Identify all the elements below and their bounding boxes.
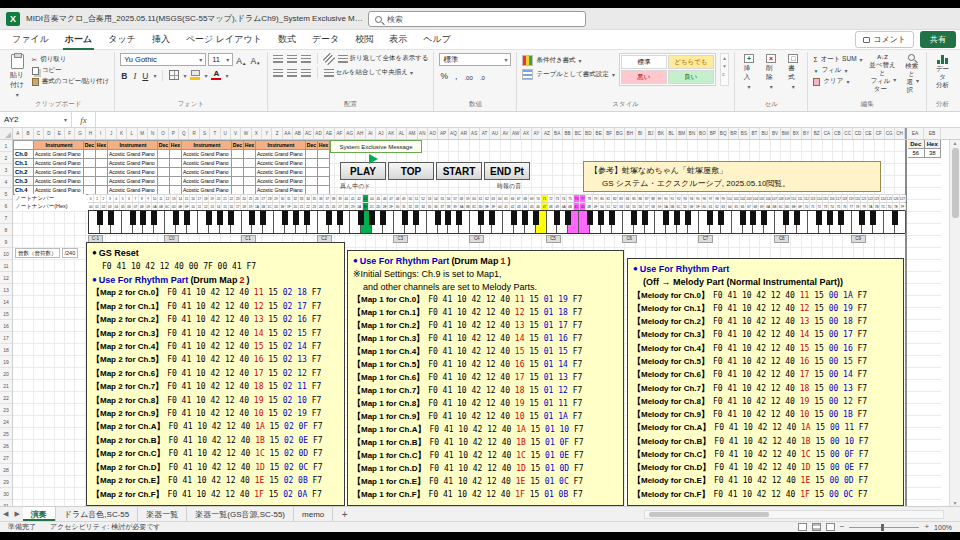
row-header-16[interactable]: 16	[0, 320, 12, 332]
cell-style-1[interactable]: どちらでも	[668, 55, 714, 69]
black-key[interactable]	[631, 211, 637, 225]
insert-function-button[interactable]: fx	[72, 112, 96, 127]
vertical-scrollbar[interactable]: ▲ ▼	[949, 140, 960, 506]
row-header-17[interactable]: 17	[0, 332, 12, 344]
column-header-AN[interactable]: AN	[418, 128, 428, 139]
black-key[interactable]	[750, 211, 756, 225]
cell-style-0[interactable]: 標準	[621, 55, 667, 69]
column-header-EB[interactable]: EB	[924, 128, 941, 139]
column-header-BK[interactable]: BK	[656, 128, 666, 139]
column-header-F[interactable]: F	[65, 128, 75, 139]
orientation-icon[interactable]	[322, 52, 335, 65]
row-header-7[interactable]: 7	[0, 212, 12, 224]
ribbon-tab-2[interactable]: タッチ	[100, 30, 144, 49]
row-header-12[interactable]: 12	[0, 272, 12, 284]
column-header-BV[interactable]: BV	[770, 128, 780, 139]
font-size-select[interactable]: 11▾	[208, 53, 233, 66]
column-header-AC[interactable]: AC	[304, 128, 314, 139]
column-header-BH[interactable]: BH	[625, 128, 635, 139]
number-format-select[interactable]: 標準▾	[439, 53, 511, 66]
column-header-AA[interactable]: AA	[283, 128, 293, 139]
ribbon-tab-1[interactable]: ホーム	[57, 30, 100, 49]
select-all-corner[interactable]	[0, 128, 13, 139]
instrument-name-cell[interactable]: Acostic Grand Piano	[108, 168, 158, 177]
accessibility-status[interactable]: アクセシビリティ: 検討が必要です	[50, 522, 161, 532]
instrument-name-cell[interactable]: Acostic Grand Piano	[182, 150, 232, 159]
main-pane[interactable]: InstrumentDecHexInstrumentDecHexInstrume…	[13, 140, 905, 506]
black-key[interactable]	[489, 211, 495, 225]
hex-cell[interactable]	[170, 177, 182, 186]
bold-button[interactable]: B	[120, 69, 128, 81]
comments-button[interactable]: コメント	[855, 31, 914, 48]
dec-cell[interactable]	[232, 168, 244, 177]
column-header-CB[interactable]: CB	[833, 128, 843, 139]
row-header-13[interactable]: 13	[0, 284, 12, 296]
instrument-name-cell[interactable]: Acostic Grand Piano	[34, 168, 84, 177]
zoom-slider-thumb[interactable]	[881, 524, 884, 531]
column-header-BN[interactable]: BN	[687, 128, 697, 139]
cell-style-3[interactable]: 良い	[668, 70, 714, 84]
column-header-P[interactable]: P	[169, 128, 179, 139]
horizontal-scrollbar[interactable]	[644, 510, 944, 519]
dec-hex-value[interactable]: 38	[925, 149, 942, 158]
column-header-AU[interactable]: AU	[490, 128, 500, 139]
column-header-CC[interactable]: CC	[843, 128, 853, 139]
instrument-name-cell[interactable]: Acostic Grand Piano	[34, 150, 84, 159]
italic-button[interactable]: I	[132, 69, 137, 81]
transport-play-button[interactable]: PLAY	[340, 162, 386, 180]
column-header-AH[interactable]: AH	[355, 128, 365, 139]
hex-cell[interactable]	[96, 150, 108, 159]
sheet-tab-4[interactable]: memo	[294, 507, 333, 521]
dec-cell[interactable]	[232, 150, 244, 159]
clear-button[interactable]: クリア▾	[813, 77, 862, 86]
column-header-AB[interactable]: AB	[293, 128, 303, 139]
row-header-8[interactable]: 8	[0, 224, 12, 236]
column-header-X[interactable]: X	[252, 128, 262, 139]
column-header-BG[interactable]: BG	[615, 128, 625, 139]
hex-cell[interactable]	[96, 177, 108, 186]
dec-cell[interactable]	[158, 159, 170, 168]
dec-cell[interactable]	[84, 159, 96, 168]
column-header-BP[interactable]: BP	[708, 128, 718, 139]
black-key[interactable]	[304, 211, 310, 225]
column-header-AG[interactable]: AG	[345, 128, 355, 139]
hex-cell[interactable]	[244, 177, 256, 186]
column-header-I[interactable]: I	[96, 128, 106, 139]
black-key[interactable]	[337, 211, 343, 225]
hex-cell[interactable]	[318, 177, 330, 186]
formula-input[interactable]	[96, 112, 960, 127]
column-header-CF[interactable]: CF	[874, 128, 884, 139]
ribbon-tab-3[interactable]: 挿入	[144, 30, 178, 49]
sheet-tab-3[interactable]: 楽器一覧(GS音源,SC-55)	[187, 507, 294, 521]
add-sheet-button[interactable]: +	[338, 508, 351, 521]
column-header-AV[interactable]: AV	[501, 128, 511, 139]
row-header-9[interactable]: 9	[0, 236, 12, 248]
black-key[interactable]	[859, 211, 865, 225]
row-header-25[interactable]: 25	[0, 428, 12, 440]
align-top-icon[interactable]	[273, 55, 283, 63]
column-header-AI[interactable]: AI	[366, 128, 376, 139]
black-key[interactable]	[358, 211, 364, 225]
ribbon-tab-4[interactable]: ページ レイアウト	[178, 30, 270, 49]
transport-start-button[interactable]: START	[436, 162, 482, 180]
column-header-AJ[interactable]: AJ	[376, 128, 386, 139]
hex-cell[interactable]	[244, 159, 256, 168]
copy-button[interactable]: コピー	[32, 66, 110, 75]
increase-decimal-button[interactable]: .00	[463, 69, 473, 81]
black-key[interactable]	[663, 211, 669, 225]
gallery-up-icon[interactable]: ▲	[722, 55, 727, 61]
black-key[interactable]	[740, 211, 746, 225]
column-header-CD[interactable]: CD	[853, 128, 863, 139]
column-header-AY[interactable]: AY	[532, 128, 542, 139]
column-header-Y[interactable]: Y	[262, 128, 272, 139]
black-key[interactable]	[522, 211, 528, 225]
column-header-AM[interactable]: AM	[407, 128, 417, 139]
column-header-J[interactable]: J	[106, 128, 116, 139]
column-header-G[interactable]: G	[75, 128, 85, 139]
data-analysis-button[interactable]: データ 分析	[932, 53, 953, 90]
column-header-AT[interactable]: AT	[480, 128, 490, 139]
black-key[interactable]	[565, 211, 571, 225]
hex-cell[interactable]	[244, 168, 256, 177]
horizontal-scroll-thumb[interactable]	[649, 512, 769, 517]
hex-cell[interactable]	[96, 168, 108, 177]
